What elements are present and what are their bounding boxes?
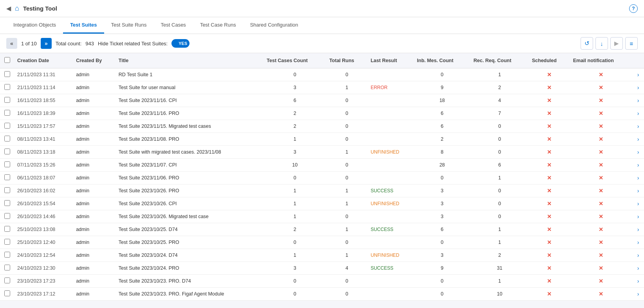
cell-date-16: 23/10/2023 17:23 (14, 275, 73, 288)
cell-action-3[interactable]: › (632, 107, 644, 120)
row-checkbox-cell (0, 275, 14, 288)
download-button[interactable]: ↓ (595, 37, 608, 50)
refresh-button[interactable]: ↺ (581, 37, 593, 50)
row-checkbox-10[interactable] (4, 200, 10, 206)
cell-action-6[interactable]: › (632, 146, 644, 159)
row-chevron-17[interactable]: › (637, 291, 639, 297)
hide-ticket-toggle[interactable]: YES (171, 39, 189, 48)
row-checkbox-cell (0, 223, 14, 236)
table-container: Creation Date Created By Title Test Case… (0, 53, 644, 301)
col-header-tc-count: Test Cases Count (263, 53, 326, 68)
row-checkbox-11[interactable] (4, 213, 10, 219)
back-button[interactable]: ◀ (6, 5, 11, 12)
cell-action-7[interactable]: › (632, 159, 644, 172)
cell-date-4: 15/11/2023 17:57 (14, 120, 73, 133)
cell-rec-req-11: 0 (471, 210, 529, 223)
cell-last-result-5 (368, 133, 414, 146)
row-checkbox-8[interactable] (4, 174, 10, 180)
row-chevron-12[interactable]: › (637, 226, 639, 233)
row-checkbox-7[interactable] (4, 161, 10, 167)
cell-inb-mes-15: 9 (414, 262, 471, 275)
row-chevron-3[interactable]: › (637, 110, 639, 116)
row-chevron-5[interactable]: › (637, 136, 639, 142)
row-checkbox-17[interactable] (4, 290, 10, 296)
row-chevron-9[interactable]: › (637, 188, 639, 194)
cell-total-runs-5: 0 (326, 133, 368, 146)
row-chevron-16[interactable]: › (637, 278, 639, 284)
row-chevron-14[interactable]: › (637, 252, 639, 258)
row-chevron-6[interactable]: › (637, 149, 639, 155)
cell-action-17[interactable]: › (632, 288, 644, 301)
row-chevron-13[interactable]: › (637, 239, 639, 245)
scheduled-icon-2: ✕ (547, 97, 552, 104)
row-chevron-2[interactable]: › (637, 97, 639, 104)
cell-action-8[interactable]: › (632, 172, 644, 184)
cell-scheduled-6: ✕ (529, 146, 570, 159)
cell-action-5[interactable]: › (632, 133, 644, 146)
nav-tab-integration-objects[interactable]: Integration Objects (6, 17, 63, 34)
home-button[interactable]: ⌂ (15, 4, 19, 13)
cell-inb-mes-11: 3 (414, 210, 471, 223)
nav-tab-shared-configuration[interactable]: Shared Configuration (243, 17, 305, 34)
cell-rec-req-8: 1 (471, 172, 529, 184)
cell-scheduled-9: ✕ (529, 184, 570, 197)
row-checkbox-1[interactable] (4, 84, 10, 90)
row-chevron-4[interactable]: › (637, 123, 639, 129)
menu-button[interactable]: ≡ (625, 37, 638, 50)
cell-action-4[interactable]: › (632, 120, 644, 133)
row-checkbox-12[interactable] (4, 226, 10, 232)
nav-tab-test-cases[interactable]: Test Cases (154, 17, 193, 34)
nav-tab-test-case-runs[interactable]: Test Case Runs (193, 17, 243, 34)
cell-rec-req-0: 1 (471, 68, 529, 81)
cell-inb-mes-1: 9 (414, 81, 471, 94)
row-checkbox-4[interactable] (4, 123, 10, 129)
row-chevron-1[interactable]: › (637, 84, 639, 91)
row-chevron-8[interactable]: › (637, 175, 639, 181)
help-button[interactable]: ? (629, 4, 638, 13)
row-chevron-0[interactable]: › (637, 72, 639, 78)
play-button[interactable]: ▶ (610, 37, 623, 50)
nav-tab-test-suite-runs[interactable]: Test Suite Runs (104, 17, 154, 34)
cell-action-15[interactable]: › (632, 262, 644, 275)
cell-action-10[interactable]: › (632, 197, 644, 210)
next-page-button[interactable]: » (41, 38, 52, 49)
cell-total-runs-0: 0 (326, 68, 368, 81)
email-icon-2: ✕ (599, 97, 603, 104)
cell-action-11[interactable]: › (632, 210, 644, 223)
row-checkbox-6[interactable] (4, 149, 10, 154)
cell-action-9[interactable]: › (632, 184, 644, 197)
prev-page-button[interactable]: « (6, 38, 17, 49)
row-chevron-11[interactable]: › (637, 213, 639, 220)
row-checkbox-13[interactable] (4, 239, 10, 245)
nav-tab-test-suites[interactable]: Test Suites (63, 17, 104, 34)
row-chevron-15[interactable]: › (637, 265, 639, 271)
cell-total-runs-1: 1 (326, 81, 368, 94)
row-checkbox-15[interactable] (4, 265, 10, 270)
row-checkbox-16[interactable] (4, 278, 10, 283)
cell-action-2[interactable]: › (632, 94, 644, 107)
cell-action-1[interactable]: › (632, 81, 644, 94)
row-checkbox-9[interactable] (4, 187, 10, 193)
cell-action-14[interactable]: › (632, 249, 644, 262)
email-icon-13: ✕ (599, 239, 603, 245)
row-chevron-7[interactable]: › (637, 162, 639, 168)
row-checkbox-cell (0, 172, 14, 184)
row-chevron-10[interactable]: › (637, 201, 639, 207)
row-checkbox-14[interactable] (4, 252, 10, 258)
cell-action-12[interactable]: › (632, 223, 644, 236)
cell-email-0: ✕ (570, 68, 632, 81)
cell-action-16[interactable]: › (632, 275, 644, 288)
cell-email-16: ✕ (570, 275, 632, 288)
cell-total-runs-15: 4 (326, 262, 368, 275)
cell-action-13[interactable]: › (632, 236, 644, 249)
cell-email-14: ✕ (570, 249, 632, 262)
cell-created-by-5: admin (73, 133, 115, 146)
cell-total-runs-9: 1 (326, 184, 368, 197)
row-checkbox-5[interactable] (4, 136, 10, 141)
cell-action-0[interactable]: › (632, 68, 644, 81)
cell-inb-mes-12: 6 (414, 223, 471, 236)
select-all-checkbox[interactable] (4, 57, 10, 63)
row-checkbox-2[interactable] (4, 97, 10, 103)
row-checkbox-0[interactable] (4, 71, 10, 77)
row-checkbox-3[interactable] (4, 110, 10, 116)
